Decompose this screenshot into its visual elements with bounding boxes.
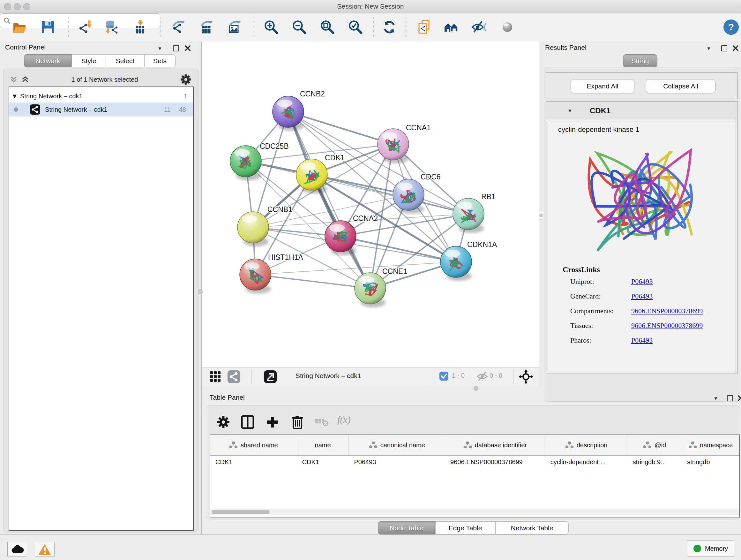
table-cell: stringdb:9... [627,455,682,469]
node-RB1[interactable]: RB1 [453,192,495,233]
tab-style[interactable]: Style [71,54,106,67]
control-panel-tabs: NetworkStyleSelectSets [24,54,176,67]
crosslink-link[interactable]: P06493 [631,292,653,300]
edge-HIST1H1A-CCNE1[interactable] [255,274,370,288]
tab-network[interactable]: Network [24,54,71,67]
node-CDC25B[interactable]: CDC25B [230,142,289,180]
zoom-fit-icon[interactable] [318,18,337,37]
save-icon[interactable] [39,18,57,37]
export-image-icon[interactable] [226,18,244,37]
import-database-icon[interactable] [103,18,122,37]
table-panel-menu-caret[interactable]: ▼ [712,394,720,402]
memory-label: Memory [705,545,728,552]
open-file-icon[interactable] [10,18,29,37]
edge-CCNA2-CDKN1A[interactable] [340,236,456,262]
results-panel-float-icon[interactable] [720,44,728,52]
results-panel-close-icon[interactable] [731,44,740,52]
table-cell: CDK1 [297,455,349,469]
tab-sets[interactable]: Sets [144,54,176,67]
table-panel-float-icon[interactable] [726,394,734,402]
expand-collapse-box: Expand All Collapse All [546,72,738,99]
expand-all-button[interactable]: Expand All [570,79,634,93]
network-tree-row[interactable]: String Network – cdk1 11 48 [9,103,193,117]
tree-collapse-caret[interactable]: ▼ [9,92,20,100]
zoom-in-icon[interactable] [262,18,280,37]
tab-node-table[interactable]: Node Table [378,521,435,535]
crosslink-link[interactable]: P06493 [631,336,653,345]
fit-content-crosshair-icon[interactable] [518,369,534,385]
column-header-id[interactable]: @id [627,435,682,455]
table-horizontal-scrollbar[interactable] [210,509,739,515]
column-header-databaseidentifier[interactable]: database identifier [445,435,545,455]
node-CCNB2[interactable]: CCNB2 [273,90,325,131]
zoom-out-icon[interactable] [290,18,309,37]
hide-selected-icon[interactable] [469,18,488,37]
zoom-selected-icon[interactable] [346,18,365,37]
node-label-CCNA1: CCNA1 [406,124,431,132]
table-panel-close-icon[interactable] [737,394,741,402]
copy-network-icon[interactable] [415,18,434,37]
edge-CDK1-RB1[interactable] [312,175,468,214]
results-panel-menu-caret[interactable]: ▼ [704,44,713,52]
node-CDC6[interactable]: CDC6 [393,173,441,214]
gene-section-header[interactable]: ▼ CDK1 [546,102,737,120]
network-tree-row[interactable]: ▼ String Network – cdk1 1 [9,90,193,103]
export-network-icon[interactable] [170,18,188,37]
cloud-button[interactable] [7,542,27,557]
collapse-all-button[interactable]: Collapse All [646,79,716,93]
gene-symbol: CDK1 [590,106,610,115]
network-options-gear-icon[interactable] [179,74,193,85]
import-network-icon[interactable] [76,18,95,37]
crosslink-link[interactable]: P06493 [631,277,653,286]
network-view-canvas[interactable]: CCNB2 CCNA1 CDC25B CDK1 CDC6 RB1 CCNB1 [202,42,539,367]
node-CCNA1[interactable]: CCNA1 [378,124,431,164]
tab-network-table[interactable]: Network Table [495,521,569,535]
node-label-RB1: RB1 [481,192,495,201]
node-CCNB1[interactable]: CCNB1 [238,205,292,246]
gene-detail-card: cyclin-dependent kinase 1 CrossLinks Uni… [548,121,736,372]
warning-button[interactable] [35,542,55,557]
title-bar: Session: New Session [0,0,741,14]
tab-string[interactable]: String [623,54,657,67]
edge-CCNB2-CCNE1[interactable] [288,112,370,288]
node-CDK1[interactable]: CDK1 [296,153,344,194]
open-in-new-window-icon[interactable] [262,369,278,384]
column-hierarchy-icon [688,441,697,449]
gene-collapse-caret[interactable]: ▼ [568,108,572,113]
help-icon[interactable]: ? [722,18,740,37]
column-header-namespace[interactable]: namespace [682,435,739,455]
grid-view-icon[interactable] [207,369,223,384]
column-header-name[interactable]: name [297,435,349,455]
first-neighbors-icon[interactable] [442,18,461,37]
show-all-icon[interactable] [498,18,517,37]
delete-column-trash-icon[interactable] [288,413,307,431]
column-header-canonicalname[interactable]: canonical name [349,435,445,455]
control-panel-close-icon[interactable] [184,44,192,52]
selected-checkbox-icon[interactable] [439,371,449,381]
refresh-icon[interactable] [380,18,399,37]
collapse-all-icon[interactable] [8,75,19,84]
memory-button[interactable]: Memory [687,541,734,557]
scrollbar-thumb[interactable] [212,510,270,514]
edge-CCNB2-CCNA1[interactable] [288,112,393,144]
toolbar-separator [68,17,69,37]
canvas-results-splitter[interactable] [539,42,542,385]
crosslink-link[interactable]: 9606.ENSP00000378699 [631,307,703,315]
table-settings-gear-icon[interactable] [214,413,232,431]
control-panel-menu-caret[interactable]: ▼ [156,44,164,52]
tab-select[interactable]: Select [106,54,144,67]
network-share-badge-icon[interactable] [226,369,242,384]
control-canvas-splitter-handle[interactable] [198,289,203,294]
export-table-icon[interactable] [198,18,216,37]
column-header-sharedname[interactable]: shared name [210,435,297,455]
add-column-plus-icon[interactable] [263,413,282,431]
node-CDKN1A[interactable]: CDKN1A [441,240,497,281]
crosslink-link[interactable]: 9606.ENSP00000378699 [631,321,703,330]
tab-edge-table[interactable]: Edge Table [435,521,495,535]
control-panel-float-icon[interactable] [172,44,180,52]
column-header-description[interactable]: description [545,435,628,455]
show-columns-icon[interactable] [239,413,257,431]
import-table-icon[interactable] [131,18,150,37]
table-row[interactable]: CDK1CDK1P064939606.ENSP00000378699cyclin… [210,455,739,469]
expand-all-icon[interactable] [19,75,31,84]
